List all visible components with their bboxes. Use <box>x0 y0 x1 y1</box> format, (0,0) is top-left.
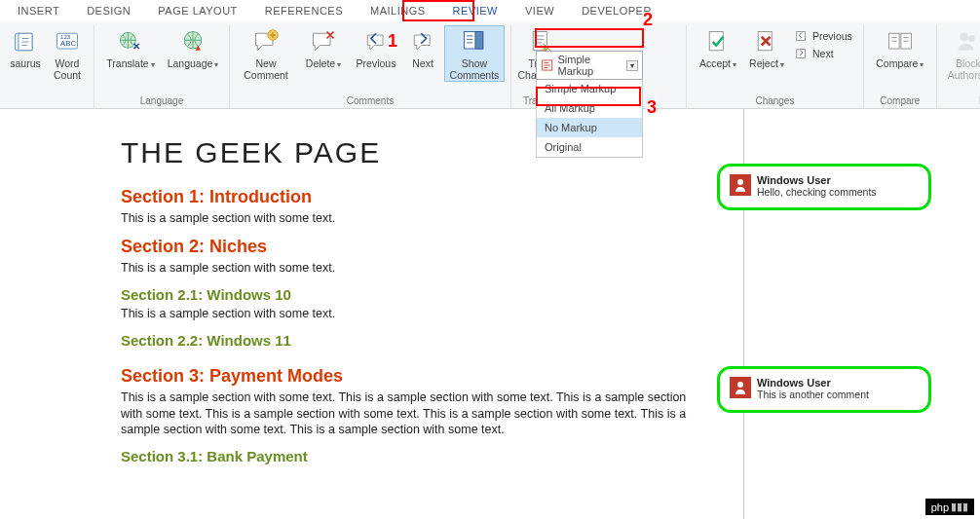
tab-design[interactable]: DESIGN <box>73 2 144 19</box>
next-change-icon <box>795 47 809 60</box>
reject-label: Reject <box>749 57 784 71</box>
group-tracking-label: Tra <box>517 93 538 106</box>
previous-change-button[interactable]: Previous <box>790 27 857 45</box>
group-comments: New Comment Delete Previous Next <box>230 25 511 108</box>
svg-point-18 <box>968 35 975 42</box>
tab-insert[interactable]: INSERT <box>4 2 73 19</box>
comments-pane: Windows User Hello, checking comments Wi… <box>744 109 980 519</box>
language-icon <box>179 28 207 56</box>
reject-icon <box>753 28 780 56</box>
next-change-label: Next <box>812 48 834 59</box>
markup-option-original[interactable]: Original <box>537 137 642 157</box>
annotation-number-2: 2 <box>643 10 653 30</box>
new-comment-icon <box>252 28 280 56</box>
watermark: php▮▮▮ <box>925 499 974 515</box>
block-authors-button: Block Authors <box>943 25 980 84</box>
reject-button[interactable]: Reject <box>745 25 788 72</box>
word-count-button[interactable]: ABC123 Word Count <box>47 25 88 82</box>
document-page[interactable]: THE GEEK PAGE Section 1: Introduction Th… <box>0 109 744 519</box>
markup-option-all[interactable]: All Markup <box>537 98 642 118</box>
heading-section-2-2: Section 2.2: Windows 11 <box>121 332 743 349</box>
translate-button[interactable]: Translate <box>100 25 161 72</box>
annotation-number-3: 3 <box>647 97 657 118</box>
delete-comment-button[interactable]: Delete <box>298 25 349 72</box>
block-authors-icon <box>955 28 980 56</box>
next-comment-label: Next <box>412 57 433 69</box>
show-comments-icon <box>461 28 488 56</box>
heading-section-1: Section 1: Introduction <box>121 187 743 207</box>
svg-point-23 <box>737 382 743 388</box>
block-authors-label: Block Authors <box>948 57 980 83</box>
chevron-down-icon[interactable]: ▾ <box>626 60 638 71</box>
compare-icon <box>886 28 914 56</box>
tab-mailings[interactable]: MAILINGS <box>357 2 439 19</box>
previous-change-label: Previous <box>812 30 852 42</box>
delete-comment-icon <box>310 28 337 56</box>
tab-references[interactable]: REFERENCES <box>251 2 357 19</box>
markup-option-simple[interactable]: Simple Markup <box>537 79 642 98</box>
group-changes: Accept Reject Previous Next Changes <box>687 25 864 108</box>
previous-change-icon <box>795 29 809 43</box>
thesaurus-label: saurus <box>10 57 41 69</box>
workspace: THE GEEK PAGE Section 1: Introduction Th… <box>0 109 980 519</box>
thesaurus-button[interactable]: saurus <box>6 25 45 70</box>
watermark-text: php <box>931 501 949 513</box>
translate-label: Translate <box>106 57 154 71</box>
tab-view[interactable]: VIEW <box>511 2 568 19</box>
body-section-2-1: This is a sample section with some text. <box>121 306 696 322</box>
svg-point-17 <box>960 32 968 41</box>
accept-label: Accept <box>699 57 736 71</box>
group-compare-label: Compare <box>880 93 920 106</box>
group-language-label: Language <box>140 93 184 106</box>
accept-icon <box>704 28 732 56</box>
tab-page-layout[interactable]: PAGE LAYOUT <box>144 2 251 19</box>
annotation-number-1: 1 <box>388 31 397 52</box>
accept-button[interactable]: Accept <box>693 25 743 72</box>
next-comment-button[interactable]: Next <box>403 25 442 70</box>
avatar-icon <box>730 174 751 196</box>
new-comment-label: New Comment <box>244 57 288 81</box>
compare-button[interactable]: Compare <box>870 25 930 72</box>
heading-section-3-1: Section 3.1: Bank Payment <box>121 448 743 464</box>
thesaurus-icon <box>12 28 39 56</box>
heading-section-2: Section 2: Niches <box>121 237 743 257</box>
avatar-icon <box>730 377 751 398</box>
markup-option-none[interactable]: No Markup <box>537 118 642 137</box>
show-comments-label: Show Comments <box>450 57 500 81</box>
comment-1-text: Hello, checking comments <box>757 186 877 198</box>
new-comment-button[interactable]: New Comment <box>236 25 296 82</box>
group-proofing: saurus ABC123 Word Count <box>0 25 94 108</box>
translate-icon <box>117 28 144 56</box>
comment-balloon-2[interactable]: Windows User This is another comment <box>717 366 931 413</box>
next-change-button[interactable]: Next <box>790 45 857 62</box>
markup-dropdown-selected[interactable]: Simple Markup ▾ <box>536 51 643 80</box>
language-button[interactable]: Language <box>163 25 223 72</box>
doc-title: THE GEEK PAGE <box>121 136 743 169</box>
watermark-blocks: ▮▮▮ <box>951 500 968 513</box>
body-section-2: This is a sample section with some text. <box>121 260 696 277</box>
next-comment-icon <box>409 28 436 56</box>
svg-point-22 <box>737 179 743 185</box>
previous-comment-label: Previous <box>357 57 396 69</box>
heading-section-3: Section 3: Payment Modes <box>121 366 743 387</box>
svg-rect-9 <box>475 32 483 50</box>
body-section-3: This is a sample section with some text.… <box>121 389 696 439</box>
group-comments-label: Comments <box>347 93 394 106</box>
svg-text:123: 123 <box>60 33 71 40</box>
word-count-icon: ABC123 <box>54 28 81 56</box>
show-comments-button[interactable]: Show Comments <box>444 25 505 82</box>
group-protect: Block Authors Restrict Editing Protect <box>937 25 980 108</box>
markup-selected-label: Simple Markup <box>557 54 626 77</box>
group-compare: Compare Compare <box>864 25 937 108</box>
group-proofing-label <box>46 93 49 106</box>
compare-label: Compare <box>876 57 923 71</box>
comment-2-user: Windows User <box>757 377 869 389</box>
previous-comment-icon <box>362 28 390 56</box>
word-count-label: Word Count <box>54 57 81 81</box>
tab-review[interactable]: REVIEW <box>439 2 511 19</box>
group-changes-label: Changes <box>755 93 794 106</box>
group-language: Translate Language Language <box>94 25 230 108</box>
comment-balloon-1[interactable]: Windows User Hello, checking comments <box>717 164 931 210</box>
markup-dropdown[interactable]: Simple Markup ▾ Simple Markup All Markup… <box>536 51 643 158</box>
ribbon-tabs: INSERT DESIGN PAGE LAYOUT REFERENCES MAI… <box>0 0 980 21</box>
